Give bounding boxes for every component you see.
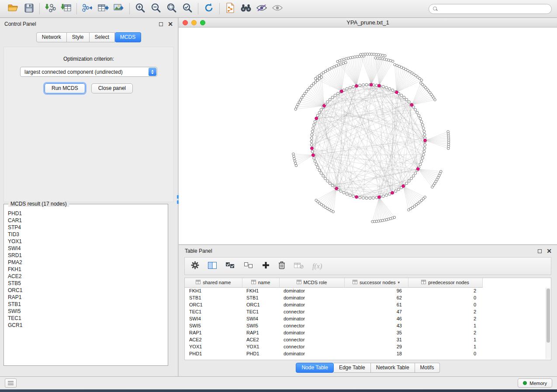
refresh-layout-button[interactable] <box>201 2 217 16</box>
table-row[interactable]: ACE2ACE2connector311 <box>185 336 482 343</box>
toolbar-separator <box>129 3 130 14</box>
show-columns-button[interactable] <box>208 262 217 271</box>
tab-network-table[interactable]: Network Table <box>371 363 415 373</box>
column-header-name[interactable]: name <box>242 278 279 287</box>
table-settings-button[interactable] <box>191 261 199 271</box>
run-mcds-button[interactable]: Run MCDS <box>45 83 85 93</box>
zoom-in-button[interactable] <box>132 2 148 16</box>
export-table-button[interactable] <box>95 2 111 16</box>
tab-motifs[interactable]: Motifs <box>415 363 440 373</box>
table-row[interactable]: TEC1TEC1connector472 <box>185 308 482 315</box>
delete-column-button[interactable] <box>278 261 285 271</box>
network-file-button[interactable] <box>222 2 238 16</box>
import-table-button[interactable] <box>58 2 74 16</box>
close-panel-button[interactable]: Close panel <box>91 83 133 93</box>
export-network-button[interactable] <box>80 2 95 16</box>
table-row[interactable]: YOX1YOX1connector291 <box>185 343 482 350</box>
mcds-result-item[interactable]: ACE2 <box>4 273 168 280</box>
mcds-result-item[interactable]: TEC1 <box>4 315 168 322</box>
table-row[interactable]: ORC1ORC1dominator610 <box>185 301 482 308</box>
mcds-result-item[interactable]: STB1 <box>4 301 168 308</box>
mcds-result-item[interactable]: SWI5 <box>4 308 168 315</box>
select-all-button[interactable] <box>225 262 235 271</box>
mcds-result-item[interactable]: SWI4 <box>4 245 168 252</box>
zoom-in-icon <box>135 3 145 15</box>
show-all-button[interactable] <box>270 2 285 16</box>
mcds-result-item[interactable]: STB5 <box>4 280 168 287</box>
node-table-header-row: shared namenameMCDS rolesuccessor nodes▾… <box>185 278 482 287</box>
table-row[interactable]: SWI4SWI4dominator462 <box>185 315 482 322</box>
table-row[interactable]: STB1STB1dominator620 <box>185 294 482 301</box>
mcds-result-item[interactable]: TID3 <box>4 231 168 238</box>
function-builder-button[interactable]: f(x) <box>312 262 322 270</box>
mcds-result-item[interactable]: PMA2 <box>4 259 168 266</box>
table-scrollbar[interactable] <box>546 288 550 359</box>
zoom-out-icon <box>151 3 161 15</box>
network-graph <box>179 28 557 244</box>
application-window: Control Panel ✕ NetworkStyleSelectMCDS O… <box>0 0 557 389</box>
table-row[interactable]: RAP1RAP1dominator352 <box>185 329 482 336</box>
table-toolbar: f(x) <box>184 257 551 275</box>
gear-icon <box>191 261 199 271</box>
table-row[interactable]: FKH1FKH1dominator962 <box>185 287 482 294</box>
table-scrollbar-thumb[interactable] <box>547 289 550 343</box>
search-input[interactable] <box>440 5 547 12</box>
open-session-button[interactable] <box>5 2 21 16</box>
memory-button[interactable]: Memory <box>518 378 552 388</box>
optimization-criterion-select[interactable]: largest connected component (undirected) <box>20 67 157 77</box>
optimization-criterion-label: Optimization criterion: <box>4 56 173 62</box>
mcds-result-item[interactable]: GCR1 <box>4 322 168 329</box>
tab-network[interactable]: Network <box>36 32 67 42</box>
column-header-successor-nodes[interactable]: successor nodes▾ <box>344 278 408 287</box>
export-table-icon <box>97 3 109 14</box>
first-neighbors-button[interactable] <box>238 2 254 16</box>
table-panel-header: Table Panel ✕ <box>179 245 557 255</box>
table-panel: Table Panel ✕ <box>179 245 557 376</box>
tab-select[interactable]: Select <box>90 32 115 42</box>
create-column-button[interactable] <box>262 261 270 271</box>
mcds-result-item[interactable]: FKH1 <box>4 266 168 273</box>
window-minimize-icon[interactable] <box>191 20 197 25</box>
column-header-predecessor-nodes[interactable]: predecessor nodes <box>408 278 482 287</box>
table-row[interactable]: PHD1PHD1dominator180 <box>185 350 482 357</box>
mcds-result-item[interactable]: SRD1 <box>4 252 168 259</box>
tab-node-table[interactable]: Node Table <box>296 363 334 373</box>
window-close-icon[interactable] <box>183 20 188 25</box>
save-floppy-icon <box>24 3 34 14</box>
float-table-panel-icon[interactable] <box>538 249 542 253</box>
import-network-button[interactable] <box>42 2 58 16</box>
open-folder-icon <box>7 3 19 14</box>
deselect-all-button[interactable] <box>244 262 253 271</box>
close-panel-icon[interactable]: ✕ <box>168 22 173 26</box>
control-panel-header: Control Panel ✕ <box>0 18 177 28</box>
save-session-button[interactable] <box>21 2 37 16</box>
tab-style[interactable]: Style <box>67 32 90 42</box>
column-header-MCDS-role[interactable]: MCDS role <box>279 278 344 287</box>
zoom-selected-button[interactable] <box>180 2 195 16</box>
float-panel-icon[interactable] <box>159 22 163 26</box>
mcds-result-item[interactable]: RAP1 <box>4 294 168 301</box>
mcds-result-item[interactable]: ORC1 <box>4 287 168 294</box>
mcds-result-item[interactable]: STP4 <box>4 224 168 231</box>
delete-table-button[interactable] <box>294 262 304 271</box>
table-tabs: Node TableEdge TableNetwork TableMotifs <box>179 363 557 373</box>
mcds-result-item[interactable]: YOX1 <box>4 238 168 245</box>
close-table-panel-icon[interactable]: ✕ <box>547 249 552 253</box>
main-toolbar <box>0 0 557 18</box>
panel-menu-button[interactable] <box>5 378 17 388</box>
mcds-result-item[interactable]: PHD1 <box>4 210 168 217</box>
zoom-fit-button[interactable] <box>164 2 180 16</box>
sort-chevron-icon: ▾ <box>398 280 400 285</box>
network-canvas[interactable] <box>179 28 557 244</box>
column-header-shared-name[interactable]: shared name <box>185 278 242 287</box>
zoom-out-button[interactable] <box>148 2 164 16</box>
export-image-button[interactable] <box>111 2 127 16</box>
mcds-result-item[interactable]: CAR1 <box>4 217 168 224</box>
hide-selected-button[interactable] <box>254 2 270 16</box>
toolbar-separator <box>76 3 77 14</box>
window-maximize-icon[interactable] <box>200 20 205 25</box>
tab-mcds[interactable]: MCDS <box>115 32 141 42</box>
column-type-icon <box>297 280 301 285</box>
table-row[interactable]: SWI5SWI5connector431 <box>185 322 482 329</box>
tab-edge-table[interactable]: Edge Table <box>334 363 371 373</box>
